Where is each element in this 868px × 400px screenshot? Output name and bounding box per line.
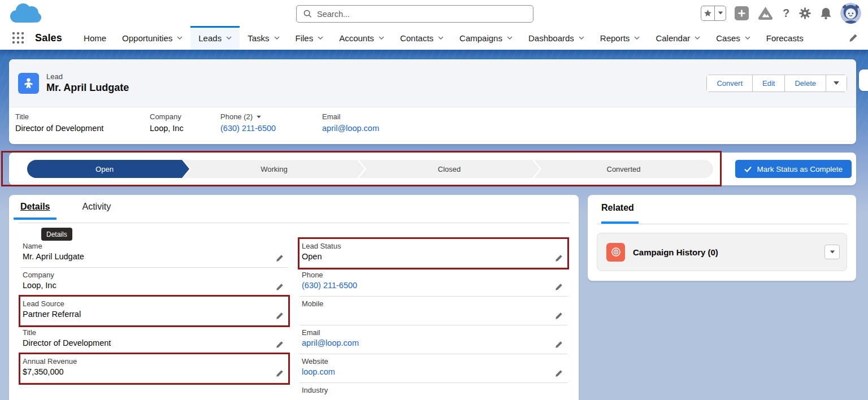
- summary-field-company: Company Loop, Inc: [150, 112, 184, 133]
- quick-add-icon[interactable]: [735, 6, 749, 20]
- trailhead-icon[interactable]: [757, 6, 774, 20]
- summary-field-phone: Phone (2) (630) 211-6500: [220, 112, 276, 133]
- salesforce-logo: [8, 2, 43, 28]
- tab-forecasts[interactable]: Forecasts: [758, 26, 811, 50]
- record-title: Mr. April Ludgate: [46, 82, 129, 94]
- details-panel: Details Activity Details NameMr. April L…: [9, 195, 579, 400]
- edit-pencil-icon[interactable]: [555, 283, 563, 291]
- search-input[interactable]: [317, 10, 504, 19]
- details-tooltip: Details: [41, 228, 72, 241]
- edit-pencil-icon[interactable]: [555, 341, 563, 349]
- tab-cases[interactable]: Cases: [708, 26, 758, 50]
- app-name: Sales: [35, 32, 62, 44]
- field-annual-revenue: Annual Revenue$7,350,000: [20, 354, 288, 383]
- app-launcher-icon[interactable]: [12, 32, 24, 44]
- chevron-down-icon: [226, 36, 232, 40]
- global-search[interactable]: [296, 5, 533, 23]
- tab-dashboards[interactable]: Dashboards: [520, 26, 592, 50]
- edit-pencil-icon[interactable]: [276, 341, 284, 349]
- nav-tabs: Home Opportunities Leads Tasks Files Acc…: [76, 26, 811, 50]
- chevron-down-icon: [379, 36, 384, 40]
- app-nav-bar: Sales Home Opportunities Leads Tasks Fil…: [0, 26, 868, 50]
- favorites-star-icon[interactable]: [701, 6, 714, 20]
- edit-pencil-icon[interactable]: [276, 312, 284, 320]
- tab-leads[interactable]: Leads: [190, 26, 240, 50]
- chevron-down-icon: [634, 36, 640, 40]
- search-icon: [303, 10, 312, 18]
- edit-pencil-icon[interactable]: [276, 369, 284, 377]
- campaign-history-title: Campaign History (0): [633, 247, 718, 257]
- tab-related[interactable]: Related: [601, 203, 634, 213]
- favorites-button[interactable]: [701, 6, 726, 21]
- setup-gear-icon[interactable]: [798, 7, 811, 20]
- more-actions-button[interactable]: [826, 75, 847, 92]
- chevron-down-icon: [274, 36, 280, 40]
- path-stage-closed[interactable]: Closed: [359, 160, 540, 178]
- related-panel: Related Campaign History (0): [588, 195, 856, 281]
- notifications-bell-icon[interactable]: [820, 7, 832, 20]
- path-stage-converted[interactable]: Converted: [534, 160, 713, 178]
- tab-tasks[interactable]: Tasks: [240, 26, 287, 50]
- lead-highlights-panel: Lead Mr. April Ludgate Convert Edit Dele…: [9, 59, 856, 144]
- summary-field-title: Title Director of Development: [15, 112, 103, 133]
- tab-campaigns[interactable]: Campaigns: [452, 26, 520, 50]
- field-lead-status: Lead StatusOpen: [300, 239, 567, 268]
- lead-path-panel: Open Working Closed Converted Mark Statu…: [9, 153, 856, 185]
- edit-button[interactable]: Edit: [753, 75, 785, 92]
- path-stage-working[interactable]: Working: [184, 160, 364, 178]
- tab-activity[interactable]: Activity: [75, 202, 118, 220]
- page-background: Lead Mr. April Ludgate Convert Edit Dele…: [0, 50, 868, 400]
- chevron-down-icon: [318, 36, 323, 40]
- path-stage-open[interactable]: Open: [27, 160, 182, 178]
- dropdown-icon: [834, 81, 839, 85]
- details-left-column: NameMr. April Ludgate CompanyLoop, Inc L…: [20, 239, 288, 400]
- field-industry: Industry: [300, 383, 567, 400]
- tab-details[interactable]: Details: [14, 202, 57, 220]
- lead-object-icon: [18, 73, 39, 94]
- tab-home[interactable]: Home: [76, 26, 114, 50]
- field-email: Emailapril@loop.com: [300, 325, 567, 354]
- email-link[interactable]: april@loop.com: [322, 124, 379, 133]
- edit-pencil-icon[interactable]: [276, 254, 284, 262]
- tab-opportunities[interactable]: Opportunities: [114, 26, 190, 50]
- chevron-down-icon: [438, 36, 444, 40]
- edit-nav-pencil-icon[interactable]: [849, 33, 858, 42]
- edit-pencil-icon[interactable]: [555, 312, 563, 320]
- tab-files[interactable]: Files: [288, 26, 332, 50]
- details-right-column: Lead StatusOpen Phone(630) 211-6500 Mobi…: [300, 239, 567, 400]
- user-avatar[interactable]: [840, 3, 861, 24]
- edit-pencil-icon[interactable]: [555, 254, 563, 262]
- svg-text:?: ?: [783, 7, 789, 19]
- entity-label: Lead: [46, 72, 129, 81]
- path-stages: Open Working Closed Converted: [27, 160, 713, 178]
- tab-contacts[interactable]: Contacts: [392, 26, 452, 50]
- campaign-history-card[interactable]: Campaign History (0): [597, 233, 847, 271]
- field-phone: Phone(630) 211-6500: [300, 268, 567, 297]
- field-company: CompanyLoop, Inc: [20, 268, 288, 297]
- summary-field-email: Email april@loop.com: [322, 112, 379, 133]
- tab-accounts[interactable]: Accounts: [331, 26, 392, 50]
- tab-reports[interactable]: Reports: [592, 26, 648, 50]
- tab-calendar[interactable]: Calendar: [648, 26, 708, 50]
- collapsed-side-panel-button[interactable]: [859, 69, 868, 91]
- help-icon[interactable]: ?: [782, 6, 790, 20]
- phone-dropdown-icon[interactable]: [257, 115, 261, 118]
- field-name: NameMr. April Ludgate: [20, 239, 288, 268]
- chevron-down-icon: [695, 36, 700, 40]
- field-website: Websiteloop.com: [300, 354, 567, 383]
- campaign-history-menu-button[interactable]: [824, 245, 840, 259]
- chevron-down-icon: [745, 36, 750, 40]
- delete-button[interactable]: Delete: [785, 75, 826, 92]
- field-title: TitleDirector of Development: [20, 325, 288, 354]
- mark-status-complete-button[interactable]: Mark Status as Complete: [735, 160, 852, 178]
- edit-pencil-icon[interactable]: [555, 369, 563, 377]
- phone-link[interactable]: (630) 211-6500: [220, 124, 276, 133]
- convert-button[interactable]: Convert: [707, 75, 753, 92]
- check-icon: [744, 166, 752, 172]
- record-actions: Convert Edit Delete: [706, 75, 847, 92]
- chevron-down-icon: [177, 36, 183, 40]
- field-mobile: Mobile: [300, 297, 567, 325]
- favorites-dropdown-icon[interactable]: [714, 6, 726, 20]
- edit-pencil-icon[interactable]: [276, 283, 284, 291]
- chevron-down-icon: [579, 36, 584, 40]
